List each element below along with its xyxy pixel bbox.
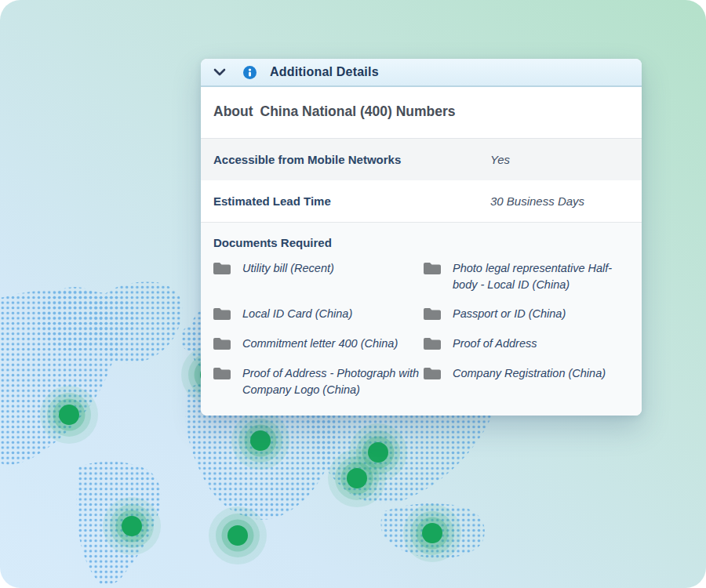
documents-heading: Documents Required <box>213 236 629 249</box>
folder-icon <box>213 262 231 278</box>
document-item: Commitment letter 400 (China) <box>213 336 424 353</box>
map-marker <box>209 506 267 564</box>
documents-grid: Utility bill (Recent)Photo legal represe… <box>213 260 629 398</box>
document-label: Proof of Address <box>453 336 537 352</box>
folder-icon <box>213 367 231 383</box>
about-heading: AboutChina National (400) Numbers <box>201 87 642 139</box>
map-marker <box>328 449 386 507</box>
document-label: Proof of Address - Photograph with Compa… <box>242 365 424 398</box>
gradient-background: Additional Details AboutChina National (… <box>0 0 706 588</box>
document-item: Photo legal representative Half-body - L… <box>424 260 629 293</box>
document-item: Company Registration (China) <box>424 365 629 398</box>
additional-details-panel: Additional Details AboutChina National (… <box>201 59 642 416</box>
documents-section: Documents Required Utility bill (Recent)… <box>201 223 642 416</box>
document-item: Local ID Card (China) <box>213 306 424 323</box>
panel-title: Additional Details <box>270 65 379 79</box>
folder-icon <box>213 337 231 353</box>
about-subject: China National (400) Numbers <box>260 103 456 119</box>
chevron-down-icon[interactable] <box>213 68 226 76</box>
folder-icon <box>213 307 231 323</box>
panel-header[interactable]: Additional Details <box>201 59 642 87</box>
document-label: Commitment letter 400 (China) <box>242 336 398 352</box>
info-icon[interactable] <box>243 66 257 79</box>
attribute-label: Estimated Lead Time <box>213 194 490 208</box>
page: Additional Details AboutChina National (… <box>0 0 706 588</box>
map-marker <box>103 497 161 555</box>
document-item: Proof of Address - Photograph with Compa… <box>213 365 424 398</box>
document-item: Utility bill (Recent) <box>213 260 424 293</box>
document-label: Local ID Card (China) <box>242 306 352 322</box>
document-label: Photo legal representative Half-body - L… <box>453 260 629 293</box>
attribute-value: Yes <box>490 153 629 166</box>
attribute-row-mobile-networks: Accessible from Mobile Networks Yes <box>201 139 642 180</box>
attribute-value: 30 Business Days <box>490 194 629 208</box>
folder-icon <box>424 262 441 278</box>
document-label: Company Registration (China) <box>453 365 606 382</box>
folder-icon <box>424 307 441 323</box>
map-marker <box>40 386 98 444</box>
map-marker <box>231 412 289 470</box>
map-marker <box>403 504 461 562</box>
document-item: Passport or ID (China) <box>424 306 629 323</box>
about-prefix: About <box>213 103 253 119</box>
document-label: Utility bill (Recent) <box>242 260 334 277</box>
document-item: Proof of Address <box>424 336 629 353</box>
document-label: Passport or ID (China) <box>453 306 566 322</box>
attribute-label: Accessible from Mobile Networks <box>213 153 490 166</box>
folder-icon <box>424 367 441 383</box>
attribute-row-lead-time: Estimated Lead Time 30 Business Days <box>201 180 642 223</box>
folder-icon <box>424 337 441 353</box>
